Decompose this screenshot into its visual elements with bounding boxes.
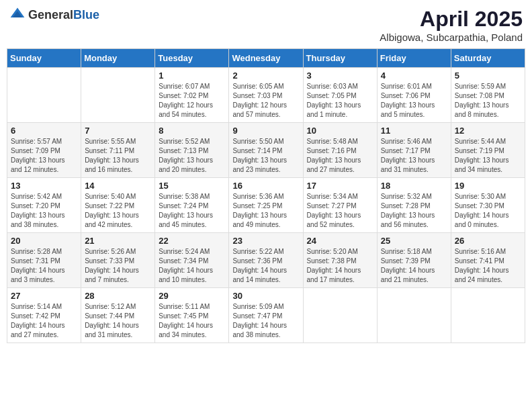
day-info: Sunrise: 6:05 AMSunset: 7:03 PMDaylight:… [232,82,299,120]
day-info: Sunrise: 5:16 AMSunset: 7:41 PMDaylight:… [455,247,521,285]
calendar-week-row: 20Sunrise: 5:28 AMSunset: 7:31 PMDayligh… [7,233,525,288]
day-info: Sunrise: 6:01 AMSunset: 7:06 PMDaylight:… [381,82,447,120]
calendar-cell: 22Sunrise: 5:24 AMSunset: 7:34 PMDayligh… [155,233,229,288]
calendar-table: SundayMondayTuesdayWednesdayThursdayFrid… [7,48,525,343]
day-info: Sunrise: 5:52 AMSunset: 7:13 PMDaylight:… [159,137,225,175]
day-number: 7 [85,126,151,136]
day-number: 27 [11,291,77,301]
calendar-cell [81,68,155,123]
calendar-cell: 24Sunrise: 5:20 AMSunset: 7:38 PMDayligh… [303,233,377,288]
day-number: 18 [381,181,447,191]
day-info: Sunrise: 5:22 AMSunset: 7:36 PMDaylight:… [232,247,299,285]
calendar-cell: 21Sunrise: 5:26 AMSunset: 7:33 PMDayligh… [81,233,155,288]
day-number: 8 [159,126,225,136]
day-number: 1 [159,71,225,81]
day-number: 9 [232,126,299,136]
calendar-cell: 8Sunrise: 5:52 AMSunset: 7:13 PMDaylight… [155,123,229,178]
day-number: 14 [85,181,151,191]
day-number: 10 [307,126,373,136]
page-header: GeneralBlue April 2025 Albigowa, Subcarp… [7,7,525,43]
calendar-cell: 6Sunrise: 5:57 AMSunset: 7:09 PMDaylight… [7,123,81,178]
day-info: Sunrise: 5:14 AMSunset: 7:42 PMDaylight:… [11,302,77,340]
day-info: Sunrise: 5:44 AMSunset: 7:19 PMDaylight:… [455,137,521,175]
calendar-cell: 18Sunrise: 5:32 AMSunset: 7:28 PMDayligh… [377,178,451,233]
day-number: 13 [11,181,77,191]
calendar-week-row: 13Sunrise: 5:42 AMSunset: 7:20 PMDayligh… [7,178,525,233]
day-number: 5 [455,71,521,81]
weekday-header-monday: Monday [81,49,155,68]
calendar-cell [7,68,81,123]
day-info: Sunrise: 5:26 AMSunset: 7:33 PMDaylight:… [85,247,151,285]
day-number: 23 [232,236,299,246]
day-info: Sunrise: 6:03 AMSunset: 7:05 PMDaylight:… [307,82,373,120]
calendar-cell [377,288,451,343]
day-info: Sunrise: 5:30 AMSunset: 7:30 PMDaylight:… [455,192,521,230]
day-info: Sunrise: 5:32 AMSunset: 7:28 PMDaylight:… [381,192,447,230]
calendar-cell: 28Sunrise: 5:12 AMSunset: 7:44 PMDayligh… [81,288,155,343]
calendar-cell: 25Sunrise: 5:18 AMSunset: 7:39 PMDayligh… [377,233,451,288]
calendar-cell: 30Sunrise: 5:09 AMSunset: 7:47 PMDayligh… [229,288,303,343]
calendar-cell: 10Sunrise: 5:48 AMSunset: 7:16 PMDayligh… [303,123,377,178]
weekday-header-tuesday: Tuesday [155,49,229,68]
calendar-cell: 5Sunrise: 5:59 AMSunset: 7:08 PMDaylight… [451,68,525,123]
day-info: Sunrise: 6:07 AMSunset: 7:02 PMDaylight:… [159,82,225,120]
calendar-cell [303,288,377,343]
weekday-header-thursday: Thursday [303,49,377,68]
day-number: 21 [85,236,151,246]
day-number: 3 [307,71,373,81]
day-info: Sunrise: 5:12 AMSunset: 7:44 PMDaylight:… [85,302,151,340]
day-number: 6 [11,126,77,136]
calendar-cell: 16Sunrise: 5:36 AMSunset: 7:25 PMDayligh… [229,178,303,233]
day-info: Sunrise: 5:40 AMSunset: 7:22 PMDaylight:… [85,192,151,230]
calendar-cell: 1Sunrise: 6:07 AMSunset: 7:02 PMDaylight… [155,68,229,123]
day-info: Sunrise: 5:11 AMSunset: 7:45 PMDaylight:… [159,302,225,340]
logo-text-general: General [28,8,73,21]
day-number: 20 [11,236,77,246]
day-number: 28 [85,291,151,301]
day-number: 2 [232,71,299,81]
day-number: 25 [381,236,447,246]
calendar-cell [451,288,525,343]
calendar-cell: 9Sunrise: 5:50 AMSunset: 7:14 PMDaylight… [229,123,303,178]
calendar-cell: 27Sunrise: 5:14 AMSunset: 7:42 PMDayligh… [7,288,81,343]
day-number: 22 [159,236,225,246]
day-info: Sunrise: 5:09 AMSunset: 7:47 PMDaylight:… [232,302,299,340]
calendar-cell: 3Sunrise: 6:03 AMSunset: 7:05 PMDaylight… [303,68,377,123]
day-number: 19 [455,181,521,191]
calendar-cell: 14Sunrise: 5:40 AMSunset: 7:22 PMDayligh… [81,178,155,233]
calendar-cell: 12Sunrise: 5:44 AMSunset: 7:19 PMDayligh… [451,123,525,178]
main-title: April 2025 [380,7,523,32]
day-info: Sunrise: 5:59 AMSunset: 7:08 PMDaylight:… [455,82,521,120]
logo-text-blue: Blue [73,8,99,21]
weekday-header-friday: Friday [377,49,451,68]
subtitle: Albigowa, Subcarpathia, Poland [380,32,523,43]
day-number: 17 [307,181,373,191]
day-info: Sunrise: 5:20 AMSunset: 7:38 PMDaylight:… [307,247,373,285]
weekday-header-wednesday: Wednesday [229,49,303,68]
day-info: Sunrise: 5:48 AMSunset: 7:16 PMDaylight:… [307,137,373,175]
day-number: 26 [455,236,521,246]
title-block: April 2025 Albigowa, Subcarpathia, Polan… [380,7,523,43]
calendar-cell: 11Sunrise: 5:46 AMSunset: 7:17 PMDayligh… [377,123,451,178]
day-number: 15 [159,181,225,191]
day-number: 24 [307,236,373,246]
day-number: 16 [232,181,299,191]
day-info: Sunrise: 5:18 AMSunset: 7:39 PMDaylight:… [381,247,447,285]
day-info: Sunrise: 5:38 AMSunset: 7:24 PMDaylight:… [159,192,225,230]
weekday-header-sunday: Sunday [7,49,81,68]
day-info: Sunrise: 5:24 AMSunset: 7:34 PMDaylight:… [159,247,225,285]
weekday-header-row: SundayMondayTuesdayWednesdayThursdayFrid… [7,49,525,68]
calendar-cell: 20Sunrise: 5:28 AMSunset: 7:31 PMDayligh… [7,233,81,288]
calendar-cell: 4Sunrise: 6:01 AMSunset: 7:06 PMDaylight… [377,68,451,123]
day-info: Sunrise: 5:42 AMSunset: 7:20 PMDaylight:… [11,192,77,230]
calendar-cell: 23Sunrise: 5:22 AMSunset: 7:36 PMDayligh… [229,233,303,288]
day-info: Sunrise: 5:57 AMSunset: 7:09 PMDaylight:… [11,137,77,175]
calendar-cell: 15Sunrise: 5:38 AMSunset: 7:24 PMDayligh… [155,178,229,233]
weekday-header-saturday: Saturday [451,49,525,68]
day-number: 30 [232,291,299,301]
calendar-cell: 29Sunrise: 5:11 AMSunset: 7:45 PMDayligh… [155,288,229,343]
calendar-cell: 26Sunrise: 5:16 AMSunset: 7:41 PMDayligh… [451,233,525,288]
calendar-cell: 13Sunrise: 5:42 AMSunset: 7:20 PMDayligh… [7,178,81,233]
calendar-week-row: 6Sunrise: 5:57 AMSunset: 7:09 PMDaylight… [7,123,525,178]
logo: GeneralBlue [9,7,99,23]
